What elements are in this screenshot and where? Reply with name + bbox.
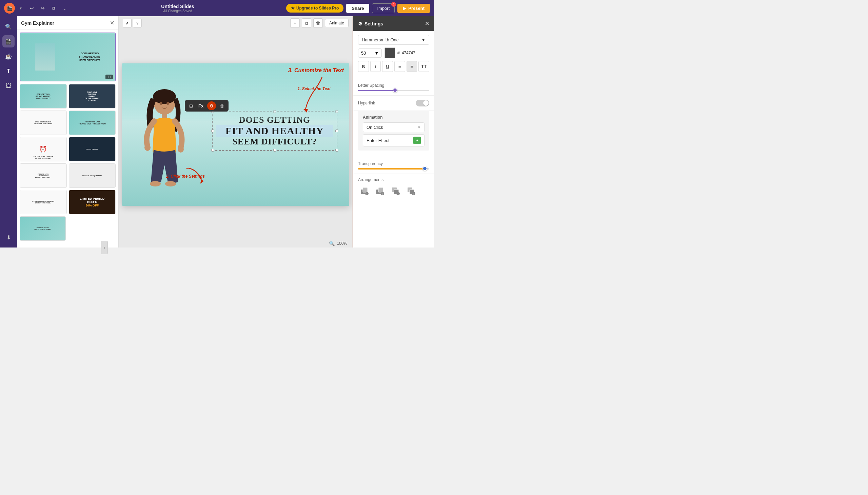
svg-point-8 (178, 146, 184, 153)
svg-text:+: + (397, 193, 399, 195)
settings-panel: ⚙ Settings ✕ Hammersmith One ▼ 50 ▼ # 47… (353, 16, 434, 248)
hyperlink-row: Hyperlink (358, 100, 429, 106)
animate-button[interactable]: Animate (325, 19, 348, 27)
sidebar-icon-text[interactable]: T (2, 65, 15, 77)
svg-rect-12 (363, 187, 368, 192)
delete-button[interactable]: 🗑 (313, 18, 323, 28)
fx-tool-button[interactable]: Fx (197, 102, 205, 109)
reorder-tool-button[interactable]: ⊞ (187, 102, 194, 109)
list-item[interactable]: REGISTER TODAY!MATT'S FITNESS STUDIO (20, 216, 66, 241)
color-swatch[interactable] (385, 48, 395, 58)
delete-tool-button[interactable]: 🗑 (218, 102, 226, 109)
letter-spacing-slider[interactable] (358, 90, 429, 91)
main-layout: 🔍 🎬 ☕ T 🖼 ⬇ Gym Explainer ✕ DOES GETTING… (0, 16, 434, 248)
next-slide-button[interactable]: ∨ (133, 19, 142, 28)
italic-button[interactable]: I (370, 61, 381, 72)
list-item[interactable]: VISIT MATT'S GYMTHE ONE-STOP FITNESS STU… (69, 110, 116, 135)
list-item[interactable]: ⏰ JUST GIVE US HALF AN HOUROF YOUR 24 HO… (20, 137, 67, 161)
upgrade-button[interactable]: ★ Upgrade to Slides Pro (286, 4, 343, 13)
align-left-button[interactable]: ≡ (394, 61, 405, 72)
collapse-panel-button[interactable]: ‹ (101, 241, 108, 248)
svg-text:+: + (382, 193, 383, 195)
svg-point-7 (144, 144, 151, 151)
font-size-selector[interactable]: 50 ▼ (358, 49, 382, 58)
animation-section: Animation On Click ▼ Enter Effect ✦ (358, 111, 429, 151)
canvas-frame: 3. Customize the Text 1. Select the Text… (119, 30, 353, 239)
resize-handle-bl[interactable] (211, 149, 214, 152)
undo-button[interactable]: ↩ (27, 3, 37, 13)
click-arrow (183, 165, 203, 186)
font-selector[interactable]: Hammersmith One ▼ (358, 35, 429, 45)
letter-spacing-thumb[interactable] (393, 88, 397, 92)
logo-dropdown-arrow[interactable]: ▼ (19, 6, 22, 10)
duplicate-button[interactable]: ⧉ (302, 18, 311, 28)
canvas-nav: ∧ ∨ (123, 19, 142, 28)
resize-handle-mr[interactable] (335, 130, 338, 132)
arrangements-label: Arrangements (358, 177, 429, 182)
settings-header: ⚙ Settings ✕ (353, 16, 434, 31)
slide-item-main[interactable]: DOES GETTINGFIT AND HEALTHYSEEM DIFFICUL… (20, 33, 116, 81)
sidebar-icon-image[interactable]: 🖼 (2, 80, 15, 92)
more-button[interactable]: … (60, 3, 69, 13)
resize-handle-bm[interactable] (273, 149, 276, 152)
sidebar-icon-slides[interactable]: 🎬 (2, 35, 15, 48)
slide-thumb-main: DOES GETTINGFIT AND HEALTHYSEEM DIFFICUL… (20, 33, 115, 81)
list-item[interactable]: WORLD-CLASS EQUIPMENTS (69, 164, 116, 188)
svg-point-5 (167, 102, 169, 105)
bold-button[interactable]: B (358, 61, 369, 72)
on-click-dropdown[interactable]: On Click ▼ (363, 122, 425, 132)
transparency-slider[interactable] (358, 168, 429, 170)
slides-list: DOES GETTINGFIT AND HEALTHYSEEM DIFFICUL… (17, 30, 118, 248)
list-item[interactable]: IF POWER LIFTS AND CRUNCHESARE NOT YOUR … (20, 190, 67, 214)
arrange-to-front-button[interactable]: + (405, 185, 417, 197)
sidebar-icon-download[interactable]: ⬇ (2, 231, 15, 243)
list-item[interactable]: WELL, DON'T SWEAT IT!FROM YOUR HOME I ME… (20, 110, 67, 135)
enter-effect-icon: ✦ (413, 137, 421, 144)
list-item[interactable]: DON'T HAVETHE TIMEENERGYOR THE PERFECTCO… (69, 84, 116, 108)
list-item[interactable]: CIRCUIT TRAINING (69, 137, 116, 161)
resize-handle-br[interactable] (335, 149, 338, 152)
underline-button[interactable]: U (382, 61, 393, 72)
settings-tool-button[interactable]: ⚙ (207, 101, 216, 110)
import-button[interactable]: Import 1 (372, 3, 395, 13)
main-thumb-text: DOES GETTINGFIT AND HEALTHYSEEM DIFFICUL… (79, 52, 100, 62)
hyperlink-label: Hyperlink (358, 101, 375, 105)
list-item[interactable]: DOES GETTINGFIT AND HEALTHYSEEM DIFFICUL… (20, 84, 67, 108)
arrange-forward-button[interactable]: + (389, 185, 402, 197)
enter-effect-row[interactable]: Enter Effect ✦ (363, 134, 425, 147)
hyperlink-section: Hyperlink (353, 96, 434, 111)
font-dropdown-arrow: ▼ (421, 37, 426, 42)
transparency-thumb[interactable] (423, 166, 427, 171)
prev-slide-button[interactable]: ∧ (123, 19, 132, 28)
list-item[interactable]: LIMITED PERIODOFFER50% OFF (69, 190, 116, 214)
app-logo[interactable]: 🎬 (4, 3, 15, 14)
copy-button[interactable]: ⧉ (49, 3, 58, 13)
resize-handle-ml[interactable] (211, 130, 214, 132)
list-item[interactable]: IF POWER LIFTSAND CRUNCHESARE NOT YOUR T… (20, 164, 67, 188)
canvas-toolbar: ∧ ∨ + ⧉ 🗑 Animate (119, 16, 353, 30)
font-size-row: 50 ▼ # 474747 (358, 48, 429, 58)
align-center-button[interactable]: ≡ (407, 61, 418, 72)
settings-close-button[interactable]: ✕ (425, 20, 429, 27)
text-transform-button[interactable]: TT (419, 61, 429, 72)
present-button[interactable]: ▶ Present (397, 4, 430, 13)
svg-point-9 (150, 181, 161, 186)
arrange-backward-button[interactable]: + (374, 185, 386, 197)
arrange-icons: + + + (358, 185, 429, 197)
slide-canvas[interactable]: 3. Customize the Text 1. Select the Text… (122, 63, 349, 206)
sidebar-icon-media[interactable]: ☕ (2, 50, 15, 62)
canvas-area: ∧ ∨ + ⧉ 🗑 Animate 3. Customize the Text … (119, 16, 353, 248)
sidebar-icon-search[interactable]: 🔍 (2, 20, 15, 33)
star-icon: ★ (291, 6, 295, 11)
slide-panel-close-button[interactable]: ✕ (110, 20, 114, 26)
transparency-label: Transparency (358, 161, 429, 166)
color-value-row: # 474747 (385, 48, 429, 58)
redo-button[interactable]: ↪ (38, 3, 48, 13)
enter-effect-label: Enter Effect (367, 138, 390, 143)
arrange-to-back-button[interactable]: + (358, 185, 370, 197)
add-element-button[interactable]: + (290, 18, 300, 28)
hyperlink-toggle[interactable] (416, 100, 429, 106)
zoom-controls: 🔍 100% (329, 241, 347, 246)
topbar-controls: ↩ ↪ ⧉ … (27, 3, 69, 13)
share-button[interactable]: Share (346, 4, 369, 13)
